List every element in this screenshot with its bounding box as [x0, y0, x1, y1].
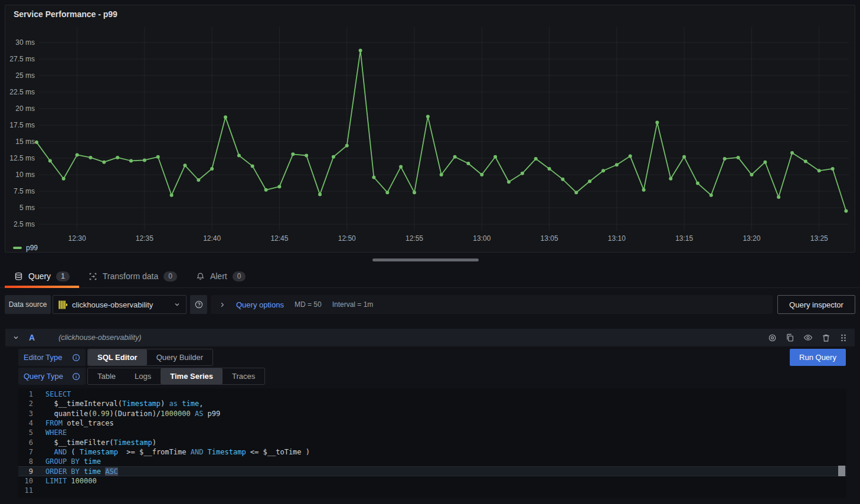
code-line: 1SELECT: [18, 390, 846, 399]
segment-traces[interactable]: Traces: [223, 368, 264, 384]
query-datasource-name: (clickhouse-observability): [58, 333, 141, 342]
disable-query-icon[interactable]: [768, 333, 777, 342]
svg-text:13:15: 13:15: [675, 234, 693, 243]
datasource-help-button[interactable]: [190, 295, 207, 314]
sql-code-lines: 1SELECT2 $__timeInterval(Timestamp) as t…: [18, 390, 846, 495]
segment-sql-editor[interactable]: SQL Editor: [88, 349, 147, 365]
tab-transform-data[interactable]: Transform data 0: [79, 265, 187, 287]
interval-value: Interval = 1m: [332, 300, 374, 309]
query-actions: [768, 333, 848, 342]
svg-text:25 ms: 25 ms: [15, 71, 35, 80]
code-line: 5WHERE: [18, 428, 846, 437]
datasource-row: Data source clickhouse-observability: [5, 295, 855, 314]
svg-text:13:10: 13:10: [608, 234, 626, 243]
timeseries-panel: Service Performance - p99 30 ms27.5 ms25…: [5, 5, 855, 253]
chevron-right-icon[interactable]: [219, 302, 225, 308]
editor-type-row: Editor Type SQL Editor Query Builder: [18, 349, 213, 366]
line-content: AND ( Timestamp >= $__fromTime AND Times…: [45, 448, 310, 456]
query-options-bar: Query options MD = 50 Interval = 1m: [211, 295, 773, 314]
duplicate-query-icon[interactable]: [786, 333, 794, 342]
bell-icon: [196, 272, 205, 281]
tab-alert[interactable]: Alert 0: [187, 265, 255, 287]
tab-query[interactable]: Query 1: [5, 265, 79, 287]
query-row-header[interactable]: A (clickhouse-observability): [5, 329, 855, 346]
code-line: 2 $__timeInterval(Timestamp) as time,: [18, 399, 846, 408]
sql-editor[interactable]: 1SELECT2 $__timeInterval(Timestamp) as t…: [18, 388, 846, 498]
info-circle-icon[interactable]: [72, 372, 80, 381]
query-type-label: Query Type: [18, 368, 86, 385]
svg-text:12:45: 12:45: [270, 234, 288, 243]
svg-text:13:05: 13:05: [541, 234, 558, 243]
line-number: 4: [18, 419, 33, 427]
line-number: 6: [18, 438, 33, 447]
editor-scrollbar-thumb[interactable]: [838, 466, 845, 476]
active-tab-underline: [5, 286, 79, 288]
svg-text:12:30: 12:30: [68, 234, 86, 243]
svg-text:12.5 ms: 12.5 ms: [9, 154, 35, 162]
code-line: 4FROM otel_traces: [18, 418, 846, 428]
line-number: 5: [18, 428, 33, 437]
line-content: FROM otel_traces: [45, 419, 114, 427]
datasource-picker[interactable]: clickhouse-observability: [53, 295, 187, 314]
svg-text:12:50: 12:50: [338, 234, 356, 243]
editor-type-label: Editor Type: [18, 349, 86, 366]
editor-type-switch: SQL Editor Query Builder: [87, 349, 213, 366]
code-line: 3 quantile(0.99)(Duration)/1000000 AS p9…: [18, 409, 846, 418]
line-number: 7: [18, 448, 33, 456]
line-number: 9: [18, 467, 33, 476]
segment-query-builder[interactable]: Query Builder: [147, 349, 212, 365]
line-content: SELECT: [45, 390, 71, 398]
info-circle-icon[interactable]: [72, 354, 80, 362]
line-number: 10: [18, 477, 33, 485]
svg-text:30 ms: 30 ms: [15, 38, 35, 47]
tab-bar: Query 1 Transform data 0 Alert 0: [0, 265, 860, 288]
max-data-points-value: MD = 50: [295, 300, 322, 309]
line-content: GROUP BY time: [45, 457, 101, 466]
delete-query-trash-icon[interactable]: [822, 333, 830, 342]
svg-text:13:00: 13:00: [473, 234, 491, 243]
legend[interactable]: p99: [13, 244, 38, 252]
collapse-chevron-icon[interactable]: [12, 334, 19, 341]
svg-text:13:20: 13:20: [743, 234, 760, 243]
tab-label: Alert: [210, 271, 227, 281]
svg-text:22.5 ms: 22.5 ms: [9, 88, 35, 96]
svg-text:12:55: 12:55: [406, 234, 423, 243]
tab-count-badge: 1: [56, 271, 70, 282]
code-line: 6 $__timeFilter(Timestamp): [18, 437, 846, 447]
query-options-link[interactable]: Query options: [236, 300, 284, 309]
line-content: $__timeInterval(Timestamp) as time,: [45, 400, 203, 408]
svg-text:27.5 ms: 27.5 ms: [9, 55, 35, 63]
segment-time-series[interactable]: Time Series: [161, 368, 223, 384]
svg-text:20 ms: 20 ms: [15, 104, 35, 113]
code-line: 9ORDER BY time ASC: [18, 466, 846, 476]
query-type-switch: Table Logs Time Series Traces: [87, 368, 265, 385]
line-number: 8: [18, 457, 33, 466]
line-number: 3: [18, 410, 33, 418]
line-content: quantile(0.99)(Duration)/1000000 AS p99: [45, 410, 220, 418]
line-number: 1: [18, 390, 33, 398]
horizontal-scrollbar[interactable]: [372, 258, 479, 261]
code-line: 11: [18, 486, 846, 495]
chevron-down-icon: [174, 301, 181, 308]
legend-series-label: p99: [26, 244, 38, 252]
tab-count-badge: 0: [233, 271, 246, 282]
svg-text:15 ms: 15 ms: [15, 138, 35, 146]
tab-count-badge: 0: [164, 271, 177, 282]
code-line: 10LIMIT 100000: [18, 476, 846, 486]
query-inspector-button[interactable]: Query inspector: [777, 295, 855, 314]
hide-response-eye-icon[interactable]: [803, 333, 813, 342]
svg-text:2.5 ms: 2.5 ms: [14, 220, 35, 228]
datasource-label: Data source: [5, 295, 51, 314]
segment-logs[interactable]: Logs: [125, 368, 161, 384]
clickhouse-logo-icon: [58, 300, 67, 309]
transform-icon: [89, 272, 97, 281]
timeseries-chart[interactable]: 30 ms27.5 ms25 ms22.5 ms20 ms17.5 ms15 m…: [5, 5, 855, 252]
svg-text:10 ms: 10 ms: [15, 171, 35, 179]
tab-label: Query: [28, 271, 51, 281]
segment-table[interactable]: Table: [88, 368, 125, 384]
run-query-button[interactable]: Run Query: [790, 349, 846, 366]
drag-handle-icon[interactable]: [839, 333, 848, 342]
svg-text:13:25: 13:25: [810, 234, 828, 243]
line-content: WHERE: [45, 428, 67, 437]
datasource-value: clickhouse-observability: [72, 300, 169, 309]
